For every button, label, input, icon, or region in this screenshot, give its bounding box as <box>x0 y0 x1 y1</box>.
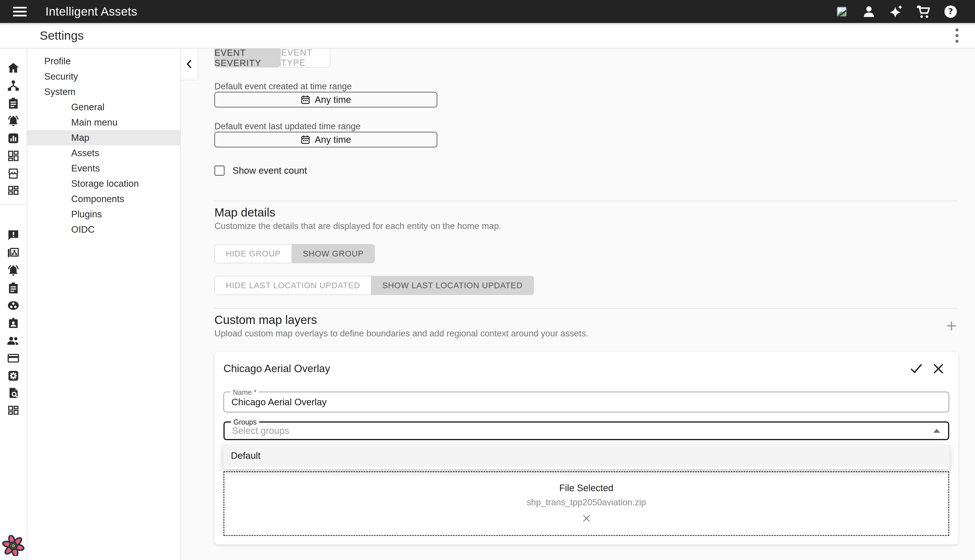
show-event-count-row: Show event count <box>214 165 958 176</box>
calendar-icon <box>301 95 310 105</box>
show-event-count-label: Show event count <box>232 165 307 176</box>
cart-icon[interactable] <box>916 4 931 19</box>
page-header: Settings <box>0 23 975 48</box>
updated-range-button[interactable]: Any time <box>214 132 437 147</box>
page-title: Settings <box>40 28 83 43</box>
show-last-location-button[interactable]: SHOW LAST LOCATION UPDATED <box>371 276 534 295</box>
close-icon <box>932 362 945 375</box>
settings-nav: Profile Security System General Main men… <box>27 48 181 560</box>
nav-item-plugins[interactable]: Plugins <box>27 207 180 222</box>
layer-groups-field: Groups <box>224 422 949 440</box>
collapse-nav-button[interactable] <box>181 48 198 80</box>
icon-rail <box>0 48 27 560</box>
bell-icon[interactable] <box>5 112 22 130</box>
chevron-left-icon <box>185 60 194 68</box>
settings-gear-icon[interactable] <box>5 367 22 385</box>
event-tab-group: EVENT SEVERITY EVENT TYPE <box>214 48 958 67</box>
layer-card-title: Chicago Aerial Overlay <box>224 363 330 375</box>
sparkle-icon[interactable] <box>889 4 903 19</box>
add-layer-button[interactable] <box>945 319 958 333</box>
clipboard-icon[interactable] <box>5 94 22 112</box>
file-status: File Selected <box>559 483 613 493</box>
reel-icon[interactable] <box>5 297 22 314</box>
section-divider <box>214 308 958 308</box>
group-toggle: HIDE GROUP SHOW GROUP <box>214 244 375 263</box>
plus-icon <box>945 320 957 332</box>
groups-dropdown: Default <box>224 442 949 469</box>
calendar-icon <box>301 135 310 145</box>
user-icon[interactable] <box>861 4 876 19</box>
people-icon[interactable] <box>5 332 22 350</box>
last-location-toggle: HIDE LAST LOCATION UPDATED SHOW LAST LOC… <box>214 276 534 295</box>
kebab-menu-icon[interactable] <box>953 25 962 46</box>
created-range-button[interactable]: Any time <box>214 92 437 107</box>
nav-item-components[interactable]: Components <box>27 191 180 207</box>
nav-item-oidc[interactable]: OIDC <box>27 222 180 237</box>
svg-text:?: ? <box>948 7 953 16</box>
broken-image-icon <box>834 4 849 19</box>
map-details-subtitle: Customize the details that are displayed… <box>214 221 958 231</box>
show-group-button[interactable]: SHOW GROUP <box>292 244 375 263</box>
confirm-layer-button[interactable] <box>910 362 923 375</box>
layer-name-label: Name * <box>230 388 259 397</box>
nav-item-storage-location[interactable]: Storage location <box>27 176 180 191</box>
file-upload-dropzone[interactable]: File Selected shp_trans_tpp2050aviation.… <box>224 471 949 536</box>
appbar-actions: ? <box>834 4 964 19</box>
app-title: Intelligent Assets <box>45 5 137 18</box>
close-icon <box>581 513 592 524</box>
app-bar: Intelligent Assets ? <box>0 0 975 23</box>
remove-file-button[interactable] <box>580 512 593 525</box>
flower-logo <box>2 535 25 557</box>
dropdown-arrow-up-icon[interactable] <box>933 429 940 433</box>
dashboard-icon[interactable] <box>5 147 22 165</box>
nav-item-map[interactable]: Map <box>27 130 180 145</box>
storefront-icon[interactable] <box>5 165 22 182</box>
layer-name-field: Name * <box>224 392 949 412</box>
document-search-icon[interactable] <box>5 385 22 402</box>
custom-map-layers-title: Custom map layers <box>214 313 958 327</box>
layer-groups-label: Groups <box>231 417 259 427</box>
nav-item-events[interactable]: Events <box>27 161 180 176</box>
show-event-count-checkbox[interactable] <box>214 165 225 176</box>
analytics-icon[interactable] <box>5 130 22 147</box>
menu-icon[interactable] <box>13 5 27 18</box>
badge-icon[interactable] <box>5 314 22 332</box>
clipboard-2-icon[interactable] <box>5 279 22 297</box>
help-icon[interactable]: ? <box>943 4 958 19</box>
check-icon <box>910 362 923 375</box>
layer-groups-input[interactable] <box>225 423 933 439</box>
nav-item-main-menu[interactable]: Main menu <box>27 115 180 130</box>
hide-last-location-button[interactable]: HIDE LAST LOCATION UPDATED <box>214 276 371 295</box>
nav-item-security[interactable]: Security <box>27 69 180 84</box>
tab-event-type[interactable]: EVENT TYPE <box>280 48 331 67</box>
created-range-value: Any time <box>315 94 351 105</box>
media-hub-icon[interactable] <box>5 244 22 262</box>
section-divider <box>214 201 958 201</box>
updated-range-label: Default event last updated time range <box>214 122 958 131</box>
rail-divider <box>0 204 27 205</box>
nav-item-general[interactable]: General <box>27 100 180 115</box>
home-icon[interactable] <box>5 59 22 77</box>
layer-card: Chicago Aerial Overlay Name * <box>214 352 958 544</box>
hub-icon[interactable] <box>5 77 22 94</box>
dashboard-alt-icon[interactable] <box>5 182 22 200</box>
custom-map-layers-subtitle: Upload custom map overlays to define bou… <box>214 328 958 339</box>
dashboard-2-icon[interactable] <box>5 402 22 420</box>
map-details-title: Map details <box>214 206 958 219</box>
nav-item-profile[interactable]: Profile <box>27 53 180 69</box>
created-range-label: Default event created at time range <box>214 82 958 91</box>
feedback-icon[interactable] <box>5 227 22 244</box>
credit-card-icon[interactable] <box>5 350 22 367</box>
nav-item-assets[interactable]: Assets <box>27 145 180 161</box>
nav-item-system[interactable]: System <box>27 84 180 100</box>
tab-event-severity[interactable]: EVENT SEVERITY <box>214 48 280 67</box>
groups-option-default[interactable]: Default <box>224 444 949 467</box>
layer-name-input[interactable] <box>224 392 948 412</box>
cancel-layer-button[interactable] <box>932 362 945 375</box>
updated-range-value: Any time <box>315 134 351 145</box>
file-name: shp_trans_tpp2050aviation.zip <box>527 497 646 508</box>
bell-active-icon[interactable] <box>5 262 22 279</box>
hide-group-button[interactable]: HIDE GROUP <box>214 244 292 263</box>
content-area: EVENT SEVERITY EVENT TYPE Default event … <box>181 48 975 560</box>
